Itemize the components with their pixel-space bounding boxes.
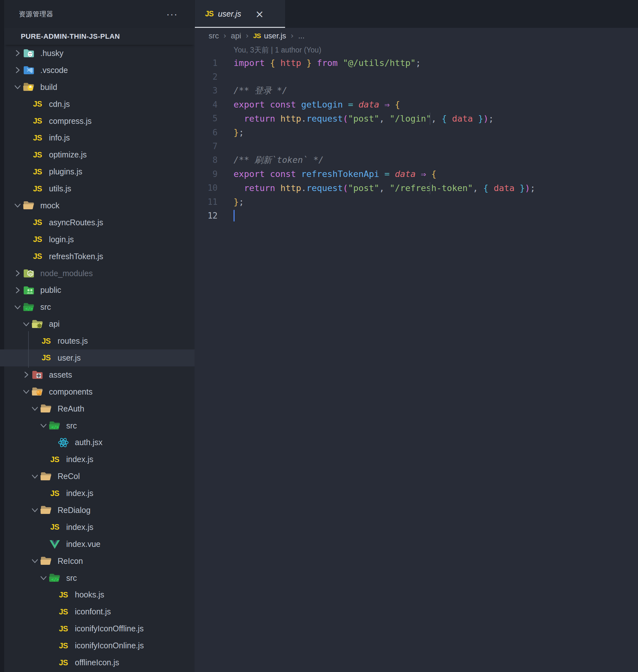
tree-item-label: utils.js [49,184,71,193]
code-line-5[interactable]: 5 return http.request("post", "/login", … [195,112,638,125]
explorer-more-actions-icon[interactable]: ··· [166,13,195,16]
js-file-icon: JS [31,98,44,111]
code-line-10[interactable]: 10 return http.request("post", "/refresh… [195,181,638,195]
tree-item-api[interactable]: api [0,316,195,333]
gitlens-blame-row: You, 3天前 | 1 author (You) [195,44,321,56]
tree-item-label: src [66,573,77,583]
breadcrumb-item-api[interactable]: api [231,31,241,40]
tree-item-iconifyIconOffline-js[interactable]: JSiconifyIconOffline.js [0,620,195,637]
code-line-2[interactable]: 2 [195,70,638,84]
tree-item-hooks-js[interactable]: JShooks.js [0,587,195,604]
tree-item-auth-jsx[interactable]: auth.jsx [0,434,195,451]
tree-item-ReDialog[interactable]: ReDialog [0,502,195,519]
tree-item-index-js[interactable]: JSindex.js [0,451,195,468]
plain-folder-open-icon [40,402,52,415]
chevron-down-icon [13,302,22,312]
tree-item-asyncRoutes-js[interactable]: JSasyncRoutes.js [0,214,195,231]
tree-item-routes-js[interactable]: JSroutes.js [0,333,195,350]
tree-item-label: info.js [49,133,70,142]
tree-item-label: iconfont.js [75,607,111,616]
breadcrumb-item----[interactable]: ... [298,31,305,40]
tree-item-info-js[interactable]: JSinfo.js [0,129,195,146]
plain-folder-open-icon [22,199,35,212]
tree-item-assets[interactable]: assets [0,366,195,383]
code-line-9[interactable]: 9export const refreshTokenApi = data ⇒ { [195,167,638,181]
tree-item-ReAuth[interactable]: ReAuth [0,400,195,417]
line-number: 9 [195,169,218,179]
chevron-spacer [30,336,40,346]
tab-user-js[interactable]: JS user.js × [195,0,285,28]
tree-item-offlineIcon-js[interactable]: JSofflineIcon.js [0,654,195,671]
breadcrumb-separator-icon: › [223,31,226,40]
husky-folder-icon [22,47,35,60]
code-line-3[interactable]: 3/** 登录 */ [195,84,638,98]
tree-item-plugins-js[interactable]: JSplugins.js [0,163,195,180]
js-file-icon: JS [48,487,61,500]
code-line-11[interactable]: 11}; [195,195,638,209]
tree-item-label: ReCol [57,472,80,481]
tree-item-optimize-js[interactable]: JSoptimize.js [0,146,195,163]
js-file-icon: JS [31,250,44,263]
breadcrumb-item-src[interactable]: src [208,31,219,40]
components-folder-icon [31,385,44,398]
breadcrumb-separator-icon: › [290,31,294,40]
file-tree: .husky .vscode buildJScdn.jsJScompress.j… [0,45,195,671]
tree-item-src[interactable]: </>src [0,570,195,587]
tree-item-user-js[interactable]: JSuser.js [0,350,195,366]
plain-folder-open-icon [40,555,52,567]
src-folder-icon: </> [48,572,61,584]
gitlens-blame-text: You, 3天前 | 1 author (You) [234,45,321,55]
tree-item-iconifyIconOnline-js[interactable]: JSiconifyIconOnline.js [0,637,195,654]
tree-item-build[interactable]: build [0,79,195,96]
project-root-row[interactable]: PURE-ADMIN-THIN-JS-PLAN [4,28,195,45]
close-icon[interactable]: × [255,11,264,17]
tree-item-refreshToken-js[interactable]: JSrefreshToken.js [0,248,195,265]
tree-item-index-js[interactable]: JSindex.js [0,519,195,536]
tree-item-mock[interactable]: mock [0,197,195,214]
code-line-4[interactable]: 4export const getLogin = data ⇒ { [195,98,638,111]
tree-item-src[interactable]: </>src [0,299,195,316]
js-file-icon: JS [48,521,61,534]
code-line-1[interactable]: 1import { http } from "@/utils/http"; [195,56,638,70]
code-line-7[interactable]: 7 [195,139,638,153]
tree-item-src[interactable]: </>src [0,417,195,434]
code-text: return http.request("post", "/refresh-to… [234,183,535,193]
line-number: 7 [195,141,218,151]
tree-item-label: routes.js [57,336,88,346]
assets-folder-icon [31,368,44,381]
tree-item--vscode[interactable]: .vscode [0,62,195,79]
chevron-down-icon [21,319,31,329]
tree-item-components[interactable]: components [0,383,195,400]
tree-item-utils-js[interactable]: JSutils.js [0,180,195,197]
chevron-spacer [39,539,48,549]
breadcrumb-item-user-js[interactable]: user.js [264,31,286,40]
tree-item-public[interactable]: public [0,282,195,299]
tree-item-index-vue[interactable]: index.vue [0,536,195,553]
tree-item-iconfont-js[interactable]: JSiconfont.js [0,603,195,620]
tree-item-compress-js[interactable]: JScompress.js [0,113,195,130]
code-editor[interactable]: 1import { http } from "@/utils/http";23/… [195,56,638,223]
tree-item-ReIcon[interactable]: ReIcon [0,553,195,570]
code-line-8[interactable]: 8/** 刷新`token` */ [195,153,638,167]
tree-item-label: api [49,319,60,329]
code-line-12[interactable]: 12 [195,209,638,222]
tree-item-login-js[interactable]: JSlogin.js [0,231,195,248]
tree-item-ReCol[interactable]: ReCol [0,468,195,485]
tree-item-label: ReDialog [57,506,90,515]
code-text: import { http } from "@/utils/http"; [234,58,421,68]
tree-item--husky[interactable]: .husky [0,45,195,62]
tree-item-node_modules[interactable]: JSnode_modules [0,265,195,282]
tree-item-label: .husky [40,49,63,58]
tree-item-cdn-js[interactable]: JScdn.js [0,96,195,113]
code-line-6[interactable]: 6}; [195,125,638,139]
svg-text:</>: </> [51,425,59,430]
line-number: 3 [195,86,218,95]
tree-item-label: optimize.js [49,150,87,159]
tree-item-label: ReIcon [57,556,83,566]
tree-item-label: offlineIcon.js [75,658,119,667]
line-number: 6 [195,128,218,137]
code-text: /** 登录 */ [234,85,287,96]
tree-item-index-js[interactable]: JSindex.js [0,485,195,502]
chevron-spacer [47,590,57,600]
js-file-icon: JS [57,622,70,635]
